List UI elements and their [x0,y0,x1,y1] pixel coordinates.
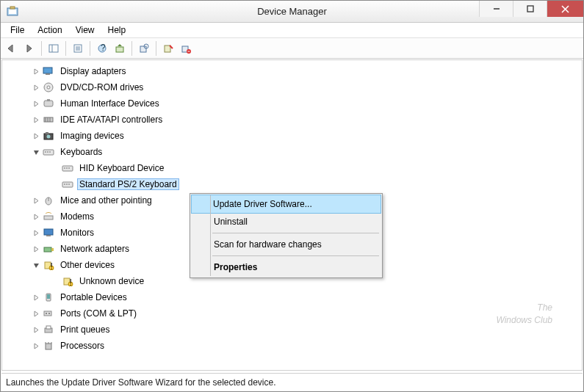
svg-text:!: ! [70,277,72,286]
toolbar-separator [65,41,66,56]
node-label: Imaging devices [58,130,126,142]
svg-rect-65 [48,313,50,314]
context-item-label: Properties [214,262,257,272]
svg-rect-1 [9,10,16,14]
expander-collapsed-icon[interactable] [32,131,40,140]
tree-node-imaging[interactable]: Imaging devices [2,128,582,144]
forward-button[interactable] [21,40,37,57]
expander-collapsed-icon[interactable] [32,99,40,108]
svg-rect-24 [46,73,50,75]
tree-node-dvd[interactable]: DVD/CD-ROM drives [2,79,582,95]
expander-collapsed-icon[interactable] [32,293,40,302]
expander-collapsed-icon[interactable] [32,325,40,334]
keyboard-icon [61,162,74,174]
svg-rect-67 [46,326,51,329]
menu-file[interactable]: File [4,23,31,37]
status-text: Launches the Update Driver Software Wiza… [6,377,276,388]
mouse-icon [42,195,55,206]
keyboard-icon [42,146,55,158]
tree-node-print-queues[interactable]: Print queues [2,322,582,338]
dvd-drive-icon [42,81,55,93]
expander-collapsed-icon[interactable] [32,212,40,221]
svg-rect-18 [165,46,170,52]
toolbar-separator [156,41,156,56]
context-item-label: Uninstall [214,217,248,227]
update-driver-icon[interactable] [112,40,128,57]
expander-collapsed-icon[interactable] [32,341,40,350]
context-properties[interactable]: Properties [192,258,381,276]
expander-collapsed-icon[interactable] [32,196,40,205]
content-pane: Display adapters DVD/CD-ROM drives Human… [1,59,583,371]
expander-expanded-icon[interactable] [32,261,40,269]
svg-rect-64 [46,313,47,314]
context-item-label: Update Driver Software... [213,199,312,209]
expander-collapsed-icon[interactable] [32,83,40,92]
maximize-button[interactable] [513,1,547,17]
tree-node-hid[interactable]: Human Interface Devices [2,95,582,112]
imaging-icon [42,130,55,142]
expander-collapsed-icon[interactable] [32,228,40,237]
svg-point-26 [47,86,50,89]
portable-device-icon [42,291,55,303]
toolbar-separator [41,41,42,56]
context-update-driver[interactable]: Update Driver Software... [191,195,381,214]
svg-rect-35 [46,132,48,134]
show-hide-console-tree-icon[interactable] [46,40,62,57]
svg-rect-43 [68,167,70,169]
close-button[interactable] [547,1,583,17]
tree-node-display-adapters[interactable]: Display adapters [2,63,582,79]
expander-collapsed-icon[interactable] [32,309,40,318]
expander-collapsed-icon[interactable] [32,67,40,76]
tree-node-hid-keyboard[interactable]: HID Keyboard Device [2,160,582,176]
back-button[interactable] [4,40,20,57]
menu-help[interactable]: Help [101,23,133,37]
keyboard-icon [61,178,74,190]
svg-rect-27 [44,101,53,106]
svg-rect-45 [64,184,65,185]
tree-node-processors[interactable]: Processors [2,338,582,354]
menu-action[interactable]: Action [31,23,68,37]
svg-rect-7 [49,45,58,52]
svg-rect-39 [49,151,51,153]
help-icon[interactable]: ? [94,40,110,57]
node-label: IDE ATA/ATAPI controllers [58,114,165,126]
svg-rect-38 [47,151,48,153]
display-adapter-icon [42,65,55,77]
svg-rect-54 [51,248,54,251]
disable-icon[interactable] [178,40,194,57]
context-item-label: Scan for hardware changes [214,239,322,250]
other-devices-icon: ! [42,259,55,271]
node-label: Portable Devices [58,291,129,303]
svg-rect-50 [44,216,53,219]
tree-node-ports[interactable]: Ports (COM & LPT) [2,305,582,322]
svg-rect-51 [44,229,53,235]
tree-node-portable-devices[interactable]: Portable Devices [2,289,582,305]
tree-node-keyboards[interactable]: Keyboards [2,144,582,160]
context-menu-gutter [210,195,211,276]
svg-rect-4 [527,6,533,12]
svg-rect-47 [68,184,70,185]
menu-bar: File Action View Help [1,23,583,38]
network-adapter-icon [42,243,55,255]
modem-icon [42,211,55,222]
properties-icon[interactable] [70,40,86,57]
uninstall-icon[interactable] [160,40,176,57]
node-label: Keyboards [58,146,104,158]
node-label: Print queues [58,324,112,335]
window-title: Device Manager [257,6,327,17]
node-label: HID Keyboard Device [77,162,166,174]
context-uninstall[interactable]: Uninstall [192,213,381,231]
expander-collapsed-icon[interactable] [32,244,40,253]
minimize-button[interactable] [479,1,513,17]
node-label: Network adapters [58,243,131,255]
printer-icon [42,324,55,335]
menu-view[interactable]: View [69,23,101,37]
expander-expanded-icon[interactable] [32,148,40,156]
svg-rect-63 [44,311,51,316]
expander-collapsed-icon[interactable] [32,115,40,124]
tree-node-ps2-keyboard[interactable]: Standard PS/2 Keyboard [2,176,582,192]
app-icon [7,6,18,18]
tree-node-ide[interactable]: IDE ATA/ATAPI controllers [2,112,582,128]
context-scan-hardware[interactable]: Scan for hardware changes [192,236,381,253]
scan-hardware-icon[interactable] [136,40,152,57]
